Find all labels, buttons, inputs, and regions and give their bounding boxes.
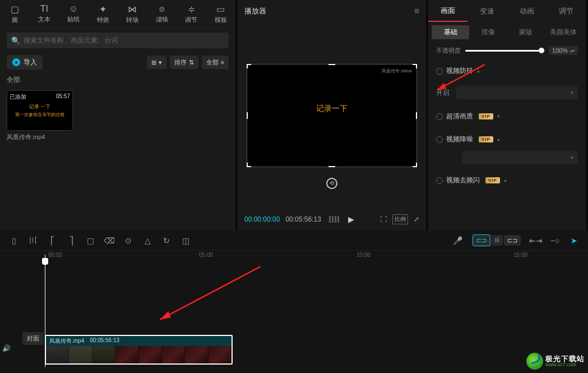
resize-handle-tl[interactable] [247, 64, 251, 68]
mirror-tool[interactable]: △ [138, 233, 157, 248]
collapse-icon: ▲ [476, 69, 480, 73]
collapse-icon: ▼ [497, 114, 501, 118]
resize-handle-tr[interactable] [413, 64, 417, 68]
clip-thumbnails [46, 346, 232, 365]
crop-tool[interactable]: ◫ [176, 233, 195, 248]
play-button[interactable]: ▶ [348, 215, 354, 224]
tab-sticker[interactable]: ☺贴纸 [59, 4, 89, 24]
radio-icon [436, 68, 443, 75]
zoom-out-icon[interactable]: −○ [545, 233, 564, 248]
mic-icon[interactable]: 🎤 [448, 233, 467, 248]
radio-icon [436, 136, 443, 143]
sort-button[interactable]: 排序⇅ [170, 56, 198, 69]
resize-handle-br[interactable] [413, 163, 417, 167]
deflicker-toggle[interactable]: 视频去频闪 VIP ▲ [428, 169, 586, 192]
ratio-button[interactable]: 比例 [392, 214, 408, 224]
rtab-speed[interactable]: 变速 [467, 0, 507, 22]
track-area[interactable]: 凤凰传奇.mp4 00:05:56:13 [0, 262, 588, 369]
duration-label: 05:57 [56, 93, 70, 99]
tab-video[interactable]: ▢频 [0, 4, 30, 24]
cut-left-tool[interactable]: ⎡ [43, 233, 62, 248]
vip-badge: VIP [485, 177, 500, 183]
cursor-icon[interactable]: ➤ [564, 233, 584, 248]
resize-handle-bl[interactable] [247, 163, 251, 167]
rotate-tool[interactable]: ↻ [157, 233, 176, 248]
caption-text: 记录一下 [247, 104, 416, 114]
filter-all-button[interactable]: 全部≡ [202, 56, 229, 69]
video-watermark: 凤凰传奇 bilibili [382, 68, 412, 74]
tab-template[interactable]: ▭模板 [206, 4, 236, 24]
preview-canvas[interactable]: 凤凰传奇 bilibili 记录一下 ⟲ [247, 64, 417, 167]
media-filename: 凤凰传奇.mp4 [7, 131, 73, 144]
resize-handle-b[interactable] [328, 166, 335, 167]
watermark-logo: 极光下载站 www.xz7.com [526, 353, 585, 370]
hd-quality-toggle[interactable]: 超清画质 VIP ▼ [428, 105, 586, 128]
timeline-ruler[interactable]: 00:00 05:00 10:00 15:00 [0, 251, 588, 262]
align-icon[interactable]: ⇤⇥ [526, 233, 545, 248]
magnet-on-icon[interactable]: ⊏⊐ [473, 234, 490, 246]
category-all-label: 全部 [0, 74, 235, 88]
import-button[interactable]: + 导入 [7, 55, 43, 70]
collapse-icon: ▲ [503, 178, 507, 182]
stabilization-toggle[interactable]: 视频防抖 ▲ [428, 59, 586, 82]
resize-handle-t[interactable] [328, 64, 335, 65]
subtab-basic[interactable]: 基础 [432, 25, 469, 39]
level-meter-icon [329, 216, 339, 223]
search-input[interactable]: 🔍 搜索文件名称、画面元素、台词 [7, 33, 229, 48]
radio-icon [436, 177, 443, 184]
video-clip[interactable]: 凤凰传奇.mp4 00:05:56:13 [45, 335, 233, 365]
vip-badge: VIP [479, 113, 493, 119]
menu-icon[interactable]: ≡ [414, 6, 419, 16]
tab-transition[interactable]: ⋈转场 [118, 4, 147, 24]
subtab-cutout[interactable]: 抠像 [469, 25, 507, 39]
rtab-animation[interactable]: 动画 [507, 0, 547, 22]
opacity-slider[interactable] [465, 50, 544, 52]
tab-filter[interactable]: ⌾滤镜 [147, 4, 177, 24]
stepper-icon[interactable]: ▴▾ [570, 49, 575, 52]
opacity-value[interactable]: 100% ▴▾ [549, 46, 578, 55]
tab-adjust[interactable]: ≑调节 [177, 4, 206, 24]
enable-label: 开启 [436, 88, 450, 98]
added-badge: 已添加 [10, 93, 26, 101]
opacity-label: 不透明度 [436, 47, 461, 55]
search-icon: 🔍 [11, 36, 20, 45]
enable-dropdown[interactable]: ▾ [456, 86, 578, 99]
split-tool[interactable]: 〣 [24, 233, 43, 248]
radio-icon [436, 113, 443, 120]
playhead[interactable] [45, 255, 45, 367]
clip-name: 凤凰传奇.mp4 [49, 337, 84, 345]
rtab-picture[interactable]: 画面 [428, 0, 467, 22]
subtab-mask[interactable]: 蒙版 [507, 25, 545, 39]
denoise-dropdown[interactable]: ▾ [462, 151, 578, 164]
vip-badge: VIP [479, 136, 493, 142]
resize-handle-l[interactable] [247, 112, 248, 119]
speed-tool[interactable]: ⊙ [119, 233, 138, 248]
refresh-icon[interactable]: ⟲ [326, 178, 337, 189]
fullscreen-icon[interactable]: ⤢ [414, 215, 419, 223]
tab-text[interactable]: TI文本 [30, 4, 59, 24]
total-time: 00:05:56:13 [285, 215, 321, 223]
delete-tool[interactable]: ⌫ [100, 233, 119, 248]
resize-handle-r[interactable] [416, 112, 417, 119]
collapse-icon: ▲ [497, 137, 501, 141]
speaker-icon[interactable]: 🔊 [2, 344, 11, 352]
cover-button[interactable]: 封面 [22, 332, 44, 345]
denoise-toggle[interactable]: 视频降噪 VIP ▲ [428, 128, 586, 151]
current-time: 00:00:00:00 [244, 215, 280, 223]
crop-icon[interactable]: ⛶ [380, 215, 387, 223]
media-item[interactable]: 已添加 05:57 记录 一下 第一次参加音乐节的过程 凤凰传奇.mp4 [7, 90, 73, 144]
subtab-beauty[interactable]: 美颜美体 [545, 25, 582, 39]
plus-icon: + [12, 58, 20, 66]
link-icon[interactable]: ⊏⊐ [504, 235, 521, 246]
clip-duration: 00:05:56:13 [90, 337, 119, 345]
rtab-adjust[interactable]: 调节 [547, 0, 586, 22]
tab-effect[interactable]: ✦特效 [89, 4, 118, 24]
frame-tool[interactable]: ▢ [81, 233, 100, 248]
select-tool[interactable]: ▯ [4, 233, 24, 248]
cut-right-tool[interactable]: ⎤ [62, 233, 81, 248]
view-mode-button[interactable]: ⊞▾ [147, 56, 166, 69]
preview-title: 播放器 [244, 6, 266, 16]
snap-icon[interactable]: ⁞⁞ [492, 235, 503, 246]
